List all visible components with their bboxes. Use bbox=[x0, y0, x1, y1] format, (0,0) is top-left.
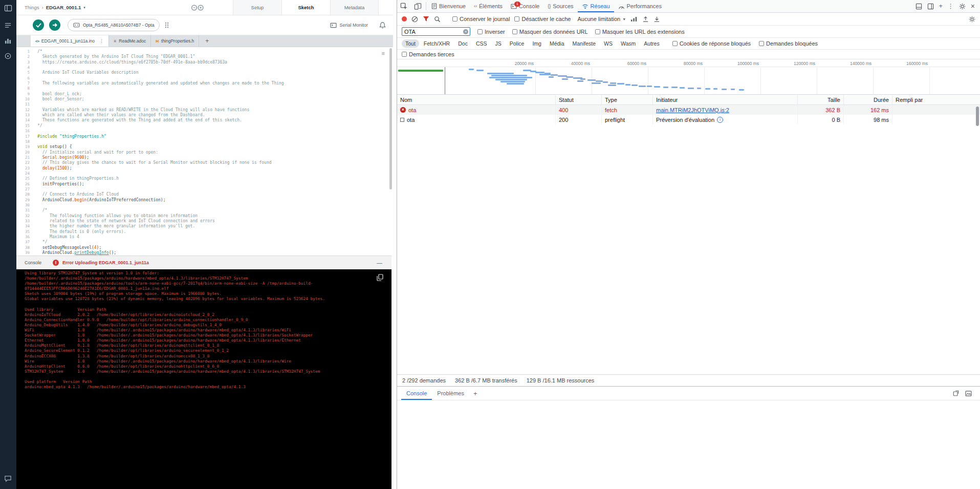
network-filter-input[interactable] bbox=[402, 27, 470, 36]
request-type-filter-chip[interactable]: Tout bbox=[402, 39, 419, 48]
file-tab-readme[interactable]: ≡ ReadMe.adoc bbox=[109, 35, 151, 47]
thing-section-tab[interactable]: Setup bbox=[233, 0, 281, 15]
tab-performance[interactable]: Performances bbox=[614, 0, 666, 12]
table-scrollbar[interactable] bbox=[976, 107, 979, 126]
third-party-checkbox[interactable]: Demandes tierces bbox=[402, 51, 454, 57]
request-type-filter-chip[interactable]: Img bbox=[529, 39, 545, 48]
network-overview-timeline[interactable]: 20000 ms 40000 ms 60000 ms 80000 ms 1000… bbox=[397, 59, 980, 95]
checkbox[interactable] bbox=[672, 41, 678, 46]
serial-monitor-button[interactable]: Serial Monitor bbox=[330, 23, 368, 28]
build-console-header[interactable]: Console ! Error Uploading EDGAR_0001.1_j… bbox=[16, 256, 391, 269]
disable-cache-checkbox[interactable]: Désactiver le cache bbox=[514, 16, 571, 22]
drawer-tab-issues[interactable]: Problèmes bbox=[432, 387, 469, 400]
file-tab-ino[interactable]: <> EDGAR_0001.1_jun11a.ino ⋮ bbox=[31, 35, 109, 47]
hide-extension-urls-checkbox[interactable]: Masquer les URL des extensions bbox=[595, 29, 685, 35]
checkbox[interactable] bbox=[514, 16, 519, 22]
minimize-console-icon[interactable]: — bbox=[377, 260, 382, 266]
breadcrumb-current[interactable]: EDGAR_0001.1 bbox=[46, 5, 81, 10]
checkbox[interactable] bbox=[595, 29, 600, 34]
checkbox[interactable] bbox=[512, 29, 517, 34]
add-file-button[interactable]: + bbox=[199, 35, 215, 47]
throttling-select[interactable]: Aucune limitation ▼ bbox=[577, 16, 626, 22]
preserve-log-checkbox[interactable]: Conserver le journal bbox=[452, 16, 510, 22]
column-header[interactable]: Initiateur bbox=[653, 95, 798, 104]
usage-chart-icon[interactable] bbox=[4, 37, 12, 45]
checkbox[interactable] bbox=[759, 41, 764, 46]
notifications-bell-icon[interactable] bbox=[379, 22, 386, 29]
record-network-log-icon[interactable] bbox=[402, 16, 407, 22]
hide-data-urls-checkbox[interactable]: Masquer des données URL bbox=[512, 29, 588, 35]
import-har-icon[interactable] bbox=[642, 16, 649, 23]
add-drawer-tab-button[interactable]: + bbox=[469, 387, 482, 400]
network-request-row[interactable]: ota 200 preflight Préversion d'évaluatio… bbox=[397, 115, 980, 124]
network-conditions-icon[interactable] bbox=[630, 16, 638, 22]
device-selector[interactable]: Opta_RS485_A8610A5074B7 - Opta bbox=[68, 19, 160, 31]
invert-filter-checkbox[interactable]: Inverser bbox=[477, 29, 505, 35]
filter-icon[interactable] bbox=[423, 16, 429, 22]
column-header[interactable]: Type bbox=[602, 95, 653, 104]
blocked-cookies-checkbox[interactable]: Cookies de réponse bloqués bbox=[672, 40, 751, 47]
add-panel-icon[interactable]: + bbox=[939, 3, 943, 10]
info-icon[interactable] bbox=[717, 117, 723, 123]
column-header[interactable]: Rempli par bbox=[892, 95, 980, 104]
request-initiator[interactable]: Préversion d'évaluation bbox=[656, 117, 714, 123]
copy-output-icon[interactable] bbox=[377, 274, 383, 281]
checkbox[interactable] bbox=[477, 29, 483, 34]
request-type-filter-chip[interactable]: JS bbox=[492, 39, 505, 48]
column-header[interactable]: Taille bbox=[798, 95, 844, 104]
code-editor[interactable]: 1 /* 2 Sketch generated by the Arduino I… bbox=[16, 47, 393, 256]
thing-section-tab[interactable]: Metadata bbox=[330, 0, 379, 15]
tab-bienvenue[interactable]: Bienvenue bbox=[427, 0, 470, 12]
breadcrumb[interactable]: Things › EDGAR_0001.1 ▾ bbox=[16, 0, 85, 15]
clear-network-log-icon[interactable] bbox=[411, 16, 418, 23]
chevron-down-icon[interactable]: ▾ bbox=[83, 6, 85, 10]
request-type-filter-chip[interactable]: Manifeste bbox=[569, 39, 600, 48]
panel-layout-icon[interactable] bbox=[916, 3, 922, 10]
request-type-filter-chip[interactable]: Autres bbox=[640, 39, 663, 48]
blocked-requests-checkbox[interactable]: Demandes bloquées bbox=[759, 40, 818, 47]
request-type-filter-chip[interactable]: CSS bbox=[472, 39, 491, 48]
network-settings-gear-icon[interactable] bbox=[969, 16, 975, 23]
tab-elements[interactable]: ‹› Éléments bbox=[470, 0, 507, 12]
request-type-filter-chip[interactable]: Fetch/XHR bbox=[420, 39, 453, 48]
tab-network[interactable]: Réseau bbox=[578, 0, 614, 12]
editor-options-icon[interactable]: ≡ bbox=[382, 50, 385, 56]
popout-icon[interactable] bbox=[953, 390, 959, 396]
inspect-element-icon[interactable] bbox=[397, 0, 411, 12]
apps-grid-icon[interactable] bbox=[165, 22, 169, 28]
column-header[interactable]: Durée bbox=[844, 95, 892, 104]
drawer-tab-console[interactable]: Console bbox=[401, 387, 432, 400]
export-har-icon[interactable] bbox=[654, 16, 660, 23]
request-type-filter-chip[interactable]: Police bbox=[506, 39, 528, 48]
build-output-terminal[interactable]: Using library STM32H747_System at versio… bbox=[16, 269, 391, 489]
device-toolbar-icon[interactable] bbox=[411, 0, 425, 12]
request-type-filter-chip[interactable]: WS bbox=[600, 39, 616, 48]
panel-toggle-icon[interactable] bbox=[4, 4, 12, 12]
breadcrumb-root[interactable]: Things bbox=[25, 5, 39, 10]
column-header[interactable]: Statut bbox=[556, 95, 602, 104]
request-type-filter-chip[interactable]: Média bbox=[546, 39, 568, 48]
search-icon[interactable] bbox=[434, 16, 441, 23]
media-icon[interactable] bbox=[965, 391, 972, 396]
clear-filter-icon[interactable]: × bbox=[463, 29, 468, 34]
verify-button[interactable] bbox=[33, 19, 44, 31]
console-list-icon[interactable] bbox=[4, 22, 12, 30]
support-chat-icon[interactable] bbox=[4, 475, 12, 483]
thing-section-tab[interactable]: Sketch bbox=[281, 0, 330, 15]
request-type-filter-chip[interactable]: Wasm bbox=[617, 39, 639, 48]
close-devtools-icon[interactable]: × bbox=[971, 2, 975, 10]
upload-button[interactable] bbox=[49, 19, 60, 31]
dock-side-icon[interactable] bbox=[927, 3, 934, 10]
devices-icon[interactable] bbox=[4, 52, 12, 60]
settings-gear-icon[interactable] bbox=[959, 3, 966, 10]
network-request-row[interactable]: ota 400 fetch main.MTRiM2JhOTViMQ.js:2 3… bbox=[397, 105, 980, 115]
file-tab-thingproperties[interactable]: H thingProperties.h bbox=[151, 35, 199, 47]
file-tab-menu-icon[interactable]: ⋮ bbox=[99, 38, 104, 44]
tab-console[interactable]: 1 Console bbox=[507, 0, 543, 12]
checkbox[interactable] bbox=[452, 16, 458, 22]
request-initiator[interactable]: main.MTRiM2JhOTViMQ.js:2 bbox=[656, 107, 729, 113]
more-options-icon[interactable]: ⋮ bbox=[948, 3, 954, 10]
column-header[interactable]: Nom bbox=[397, 95, 556, 104]
checkbox[interactable] bbox=[402, 52, 407, 57]
editor-scrollbar[interactable] bbox=[389, 48, 392, 189]
